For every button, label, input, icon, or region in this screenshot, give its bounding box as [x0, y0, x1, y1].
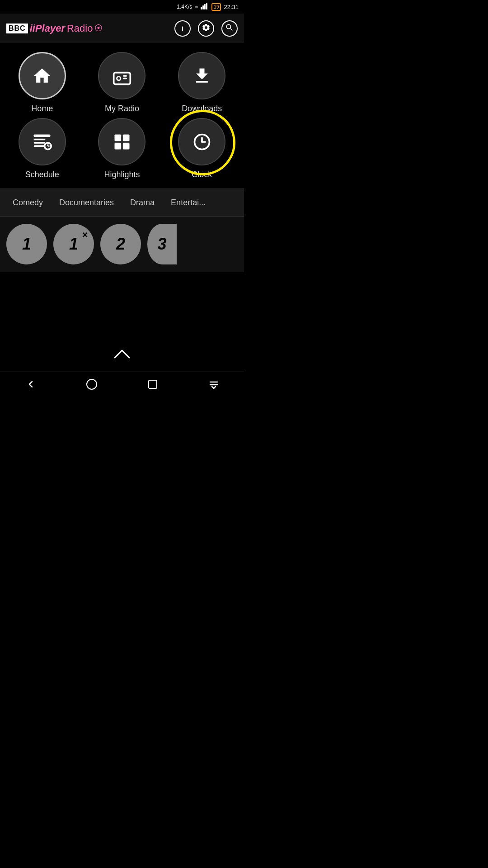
- svg-rect-12: [34, 145, 46, 147]
- home-label: Home: [31, 104, 53, 113]
- app-header: BBC iiPlayer Radio ⦿ i: [0, 14, 244, 43]
- svg-rect-1: [202, 5, 204, 9]
- search-icon: [225, 23, 234, 34]
- chevron-up-button[interactable]: [114, 348, 130, 363]
- back-button[interactable]: [19, 373, 42, 396]
- search-button[interactable]: [221, 20, 238, 37]
- downloads-label: Downloads: [182, 104, 222, 113]
- my-radio-label: My Radio: [105, 104, 139, 113]
- category-comedy[interactable]: Comedy: [5, 189, 51, 216]
- my-radio-circle[interactable]: [98, 52, 145, 99]
- nav-item-my-radio[interactable]: My Radio: [84, 52, 160, 113]
- info-button[interactable]: i: [174, 20, 191, 37]
- nav-item-schedule[interactable]: Schedule: [5, 118, 80, 179]
- channel1x-extra: ×: [82, 229, 88, 241]
- settings-button[interactable]: [198, 20, 214, 37]
- schedule-circle[interactable]: [19, 118, 66, 165]
- channel2-number: 2: [116, 235, 125, 254]
- bottom-area: [0, 272, 244, 372]
- schedule-label: Schedule: [25, 170, 59, 179]
- radio-waves-icon: ⦿: [94, 24, 103, 33]
- channel-radio1x[interactable]: 1 ×: [53, 224, 94, 264]
- category-documentaries[interactable]: Documentaries: [51, 189, 122, 216]
- time: 22:31: [224, 4, 239, 10]
- home-circle[interactable]: [19, 52, 66, 99]
- clock-label: Clock: [192, 170, 212, 179]
- svg-rect-3: [206, 3, 207, 9]
- settings-icon: [202, 23, 211, 34]
- clock-circle[interactable]: [178, 118, 225, 165]
- category-tabs: Comedy Documentaries Drama Entertai...: [0, 189, 244, 217]
- svg-rect-10: [34, 138, 46, 140]
- nav-item-downloads[interactable]: Downloads: [164, 52, 239, 113]
- svg-rect-19: [123, 142, 130, 149]
- svg-point-23: [87, 379, 97, 389]
- channel-radio3[interactable]: 3: [147, 224, 177, 264]
- channel1-number: 1: [22, 235, 31, 254]
- info-icon: i: [182, 24, 183, 32]
- svg-rect-7: [123, 77, 127, 79]
- channel-radio1[interactable]: 1: [6, 224, 47, 264]
- header-icons: i: [174, 20, 238, 37]
- category-drama[interactable]: Drama: [122, 189, 163, 216]
- home-circle-button[interactable]: [80, 373, 103, 396]
- nav-item-home[interactable]: Home: [5, 52, 80, 113]
- battery: 19: [211, 3, 221, 11]
- nav-item-clock[interactable]: Clock: [164, 118, 239, 179]
- downloads-circle[interactable]: [178, 52, 225, 99]
- bluetooth-icon: ⎓: [195, 4, 198, 10]
- highlights-circle[interactable]: [98, 118, 145, 165]
- square-button[interactable]: [141, 373, 164, 396]
- channel3-number: 3: [157, 235, 166, 254]
- svg-rect-9: [34, 134, 51, 137]
- logo: BBC iiPlayer Radio ⦿: [6, 23, 103, 34]
- svg-rect-11: [34, 142, 46, 144]
- svg-rect-2: [204, 4, 206, 9]
- channel-radio2[interactable]: 2: [100, 224, 141, 264]
- svg-rect-16: [114, 134, 121, 141]
- nav-grid: Home My Radio Downloads: [0, 43, 244, 184]
- svg-rect-6: [123, 75, 127, 77]
- category-entertainment[interactable]: Entertai...: [163, 189, 214, 216]
- svg-rect-0: [201, 7, 202, 9]
- download-all-button[interactable]: [202, 373, 225, 396]
- nav-item-highlights[interactable]: Highlights: [84, 118, 160, 179]
- channels-row: 1 1 × 2 3: [0, 217, 244, 272]
- channel1x-number: 1: [69, 235, 78, 254]
- svg-rect-17: [123, 134, 130, 141]
- svg-rect-18: [114, 142, 121, 149]
- nav-bar: [0, 372, 244, 396]
- svg-rect-24: [149, 380, 157, 388]
- status-bar: 1.4K/s ⎓ 19 22:31: [0, 0, 244, 14]
- network-speed: 1.4K/s: [177, 4, 192, 10]
- signal-icon: [201, 3, 209, 11]
- iplayer-label: iiPlayer: [30, 23, 65, 34]
- svg-point-8: [117, 77, 120, 80]
- radio-label: Radio: [67, 23, 93, 34]
- bbc-label: BBC: [6, 24, 28, 33]
- highlights-label: Highlights: [104, 170, 140, 179]
